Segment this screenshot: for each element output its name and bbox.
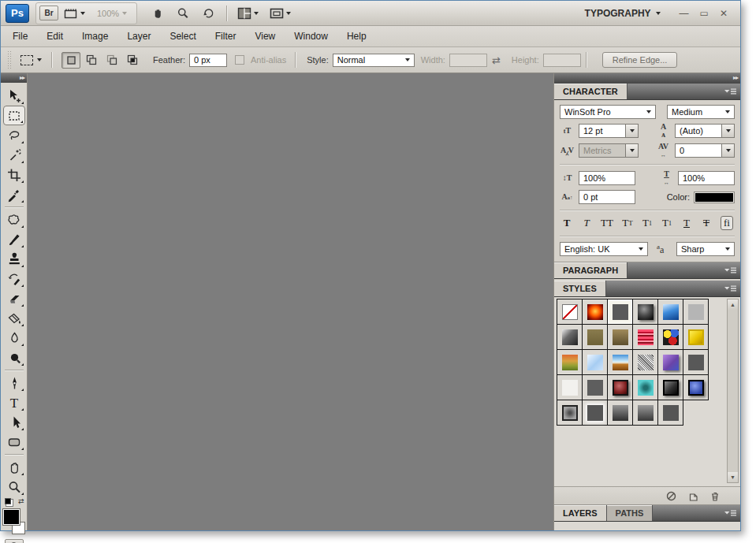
kerning-dropdown-button[interactable] xyxy=(626,143,639,158)
zoom-tool[interactable] xyxy=(3,477,25,497)
faux-italic-button[interactable]: T xyxy=(581,216,592,230)
style-dark-gray-selected[interactable] xyxy=(607,299,633,325)
style-red-glow[interactable] xyxy=(582,299,608,325)
panel-menu-icon[interactable] xyxy=(724,509,737,517)
small-caps-button[interactable]: TT xyxy=(622,216,633,230)
vertical-scale-field[interactable]: 100% xyxy=(579,171,635,185)
height-input[interactable] xyxy=(543,54,581,67)
blur-tool[interactable] xyxy=(3,328,25,348)
menu-view[interactable]: View xyxy=(245,26,285,46)
text-color-swatch[interactable] xyxy=(694,192,735,203)
workspace-switcher[interactable]: TYPOGRAPHY xyxy=(577,8,668,19)
tab-styles[interactable]: STYLES xyxy=(554,281,606,296)
tracking-dropdown-button[interactable] xyxy=(722,143,735,158)
healing-brush-tool[interactable] xyxy=(3,210,25,229)
arrange-documents-button[interactable] xyxy=(232,5,264,22)
foreground-color-swatch[interactable] xyxy=(3,509,20,525)
history-brush-tool[interactable] xyxy=(3,269,25,288)
paint-bucket-tool[interactable] xyxy=(3,308,25,328)
rotate-view-button[interactable] xyxy=(196,5,222,22)
panel-menu-icon[interactable] xyxy=(724,285,737,292)
rectangular-marquee-tool[interactable] xyxy=(3,106,25,125)
tab-paths[interactable]: PATHS xyxy=(607,505,654,521)
canvas-area[interactable] xyxy=(28,73,553,530)
style-blue-gloss-frame[interactable] xyxy=(683,374,709,400)
style-olive[interactable] xyxy=(582,324,608,350)
quick-mask-button[interactable] xyxy=(5,539,24,543)
maximize-button[interactable]: ▭ xyxy=(700,8,709,19)
move-tool[interactable] xyxy=(3,86,25,106)
swap-dimensions-icon[interactable]: ⇄ xyxy=(492,54,501,66)
style-dark-red-frame[interactable] xyxy=(607,374,633,400)
pen-tool[interactable] xyxy=(3,373,25,392)
font-size-value[interactable]: 12 pt xyxy=(579,124,626,138)
menu-select[interactable]: Select xyxy=(160,26,205,46)
hand-tool[interactable] xyxy=(3,457,25,477)
style-black-knob[interactable] xyxy=(632,299,658,325)
superscript-button[interactable]: T1 xyxy=(642,216,653,230)
kerning-combo[interactable]: Metrics xyxy=(579,143,639,158)
dock-collapse-button[interactable]: ▸▸ xyxy=(554,73,740,84)
style-multicolor[interactable] xyxy=(657,324,683,350)
magic-wand-tool[interactable] xyxy=(3,145,25,165)
tools-panel-collapse-button[interactable]: ▸▸ xyxy=(1,73,27,83)
crop-tool[interactable] xyxy=(3,165,25,184)
tab-layers[interactable]: LAYERS xyxy=(554,505,607,521)
style-purple-bevel[interactable] xyxy=(657,349,683,375)
tab-character[interactable]: CHARACTER xyxy=(554,84,628,99)
style-blue-gloss[interactable] xyxy=(657,299,683,325)
tab-paragraph[interactable]: PARAGRAPH xyxy=(554,262,628,278)
type-tool[interactable]: T xyxy=(3,392,25,412)
font-size-dropdown-button[interactable] xyxy=(626,124,639,138)
baseline-shift-field[interactable]: 0 pt xyxy=(579,190,635,204)
feather-input[interactable] xyxy=(189,54,227,67)
default-colors-icon[interactable] xyxy=(5,498,11,504)
style-black-gloss-frame[interactable] xyxy=(657,374,683,400)
anti-alias-checkbox[interactable] xyxy=(235,55,244,65)
width-input[interactable] xyxy=(449,54,487,67)
style-noise[interactable] xyxy=(632,349,658,375)
panel-menu-icon[interactable] xyxy=(724,87,737,95)
style-select[interactable]: Normal xyxy=(333,54,415,67)
intersect-selection-button[interactable] xyxy=(123,52,142,69)
clear-style-button[interactable] xyxy=(666,491,676,501)
style-gray-glow[interactable] xyxy=(582,400,608,426)
dodge-tool[interactable] xyxy=(3,348,25,367)
eraser-tool[interactable] xyxy=(3,288,25,308)
eyedropper-tool[interactable] xyxy=(3,184,25,204)
menu-layer[interactable]: Layer xyxy=(117,26,160,46)
refine-edge-button[interactable]: Refine Edge... xyxy=(602,52,678,68)
tool-preset-picker[interactable] xyxy=(16,53,47,68)
style-landscape[interactable] xyxy=(607,349,633,375)
all-caps-button[interactable]: TT xyxy=(601,216,613,230)
panel-menu-icon[interactable] xyxy=(724,266,737,274)
scroll-down-button[interactable]: ▼ xyxy=(728,472,738,482)
close-button[interactable]: ✕ xyxy=(720,8,728,19)
strikethrough-button[interactable]: T xyxy=(701,216,712,230)
new-style-button[interactable] xyxy=(688,491,698,501)
leading-dropdown-button[interactable] xyxy=(722,124,735,138)
style-yellow-gloss[interactable] xyxy=(683,324,709,350)
screen-mode-button[interactable] xyxy=(264,5,296,22)
style-white[interactable] xyxy=(557,374,583,400)
hand-tool-button[interactable] xyxy=(145,5,170,22)
menu-edit[interactable]: Edit xyxy=(37,26,73,46)
zoom-tool-button[interactable] xyxy=(170,5,196,22)
kerning-value[interactable]: Metrics xyxy=(579,143,626,158)
lasso-tool[interactable] xyxy=(3,125,25,145)
swap-colors-icon[interactable]: ⇄ xyxy=(18,497,24,505)
menu-help[interactable]: Help xyxy=(337,26,376,46)
horizontal-scale-field[interactable]: 100% xyxy=(678,171,735,185)
minimize-button[interactable]: — xyxy=(680,8,689,19)
style-tan[interactable] xyxy=(607,324,633,350)
language-select[interactable]: English: UK xyxy=(560,242,648,256)
view-extras-button[interactable] xyxy=(58,5,91,22)
style-light-gray[interactable] xyxy=(683,299,709,325)
tracking-value[interactable]: 0 xyxy=(675,143,722,158)
faux-bold-button[interactable]: T xyxy=(561,216,572,230)
style-charcoal-gradient[interactable] xyxy=(557,324,583,350)
style-none[interactable] xyxy=(557,299,583,325)
style-sunset[interactable] xyxy=(557,349,583,375)
options-bar-grip[interactable] xyxy=(7,50,13,69)
font-style-select[interactable]: Medium xyxy=(667,105,735,119)
